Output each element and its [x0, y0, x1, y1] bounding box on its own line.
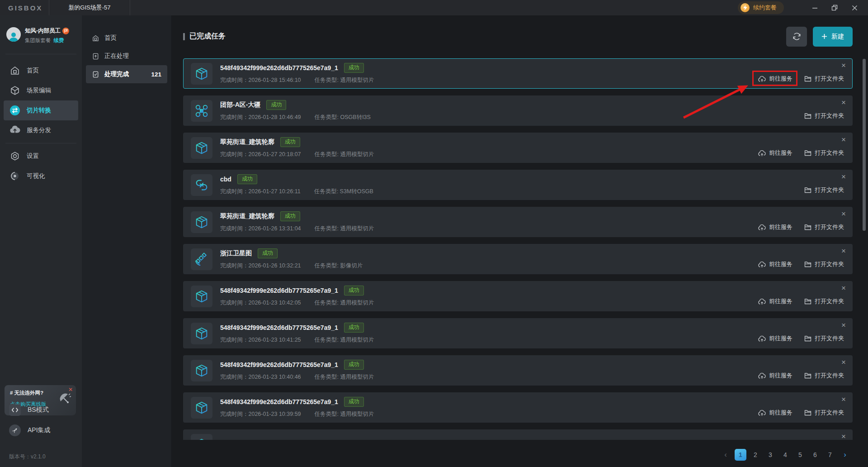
- api-integration-button[interactable]: API集成: [9, 422, 51, 438]
- close-task-icon[interactable]: ×: [840, 246, 847, 257]
- restore-icon[interactable]: [825, 0, 844, 15]
- task-type-label: 任务类型:: [314, 188, 340, 195]
- close-task-icon[interactable]: ×: [840, 60, 847, 71]
- sidebar-item-service-dispatch[interactable]: 服务分发: [0, 120, 82, 140]
- flag-icon: [62, 28, 69, 34]
- sidebar-item-scene-edit[interactable]: 场景编辑: [0, 81, 82, 100]
- pagination-page-2[interactable]: 2: [750, 449, 761, 461]
- pagination-prev-icon[interactable]: ‹: [720, 449, 731, 461]
- subnav-item-completed[interactable]: 处理完成 121: [86, 65, 167, 83]
- close-task-icon[interactable]: ×: [840, 431, 847, 440]
- close-task-icon[interactable]: ×: [840, 320, 847, 331]
- pagination-page-6[interactable]: 6: [809, 449, 821, 461]
- task-type-icon: [191, 323, 212, 344]
- task-name: 548f49342f999e262d6db7775265e7a9_1: [220, 287, 338, 294]
- goto-service-button[interactable]: 前往服务: [758, 334, 793, 343]
- bs-mode-button[interactable]: BS模式: [9, 402, 49, 418]
- open-folder-button[interactable]: 打开文件夹: [804, 409, 844, 417]
- task-time-value: 2026-01-23 10:40:46: [249, 374, 301, 380]
- pagination-page-5[interactable]: 5: [794, 449, 806, 461]
- goto-service-button[interactable]: 前往服务: [758, 260, 793, 268]
- task-time-value: 2026-01-26 13:31:04: [249, 225, 301, 232]
- task-type-value: 通用模型切片: [340, 225, 374, 232]
- task-row: 548f49342f999e262d6db7775265e7a9_1 成功 完成…: [183, 58, 853, 89]
- scene-tab[interactable]: 新的GIS场景-57: [49, 0, 130, 15]
- open-folder-label: 打开文件夹: [815, 372, 844, 380]
- goto-service-button[interactable]: 前往服务: [758, 75, 793, 83]
- close-task-icon[interactable]: ×: [840, 172, 847, 182]
- scrollbar-thumb[interactable]: [863, 59, 866, 231]
- pagination-page-3[interactable]: 3: [764, 449, 776, 461]
- close-task-icon[interactable]: ×: [840, 134, 847, 145]
- task-type-label: 任务类型:: [315, 411, 340, 417]
- folder-icon: [804, 187, 811, 193]
- task-status-badge: 成功: [258, 248, 278, 258]
- task-name: 浙江卫星图: [220, 249, 252, 257]
- open-folder-button[interactable]: 打开文件夹: [804, 149, 844, 157]
- task-time-value: 2026-01-26 10:32:21: [249, 262, 301, 269]
- renew-plan-button[interactable]: 续约套餐: [738, 1, 784, 14]
- window-controls: [805, 0, 864, 15]
- goto-service-button[interactable]: 前往服务: [758, 409, 793, 417]
- folder-icon: [804, 372, 811, 379]
- task-type-value: 通用模型切片: [340, 151, 374, 157]
- scene-edit-icon: [9, 85, 21, 96]
- goto-service-label: 前往服务: [769, 75, 793, 83]
- visualization-icon: [9, 170, 21, 182]
- new-task-button[interactable]: 新建: [813, 27, 853, 47]
- close-task-icon[interactable]: ×: [840, 97, 847, 108]
- pagination-page-7[interactable]: 7: [824, 449, 836, 461]
- user-name: 知风-内部员工: [25, 27, 61, 35]
- task-time-value: 2026-01-23 10:39:59: [249, 411, 301, 417]
- task-meta: 完成时间：2026-01-28 10:46:49 任务类型: OSGB转I3S: [220, 114, 371, 121]
- pagination-next-icon[interactable]: ›: [839, 449, 851, 461]
- task-name: 548f49342f999e262d6db7775265e7a9_1: [220, 398, 338, 405]
- goto-service-button[interactable]: 前往服务: [758, 149, 793, 157]
- renew-link[interactable]: 续费: [54, 37, 64, 44]
- sidebar-item-settings[interactable]: 设置: [0, 146, 82, 166]
- open-folder-button[interactable]: 打开文件夹: [804, 297, 844, 305]
- goto-service-button[interactable]: 前往服务: [758, 223, 793, 231]
- open-folder-button[interactable]: 打开文件夹: [804, 186, 844, 194]
- open-folder-button[interactable]: 打开文件夹: [804, 112, 844, 120]
- close-task-icon[interactable]: ×: [840, 209, 847, 219]
- goto-service-button[interactable]: 前往服务: [758, 372, 793, 380]
- open-folder-label: 打开文件夹: [815, 223, 844, 231]
- task-name: 团部-A区-大疆: [220, 101, 260, 109]
- close-task-icon[interactable]: ×: [840, 357, 847, 368]
- task-status-badge: 成功: [280, 211, 300, 221]
- folder-icon: [804, 113, 811, 119]
- refresh-button[interactable]: [786, 27, 807, 47]
- close-task-icon[interactable]: ×: [840, 283, 847, 294]
- open-folder-label: 打开文件夹: [815, 334, 844, 343]
- folder-icon: [804, 335, 811, 342]
- subnav-item-label: 首页: [104, 34, 117, 42]
- open-folder-button[interactable]: 打开文件夹: [804, 75, 844, 83]
- sidebar-item-label: 可视化: [27, 172, 45, 180]
- service-dispatch-icon: [9, 124, 21, 136]
- close-window-icon[interactable]: [844, 0, 864, 15]
- cloud-upload-icon: [758, 372, 766, 379]
- sidebar-item-slice-convert[interactable]: 切片转换: [4, 100, 78, 120]
- open-folder-button[interactable]: 打开文件夹: [804, 223, 844, 231]
- pagination-page-4[interactable]: 4: [779, 449, 791, 461]
- main-header: 已完成任务 新建: [183, 26, 853, 47]
- open-folder-button[interactable]: 打开文件夹: [804, 260, 844, 268]
- task-type-icon: [191, 397, 212, 419]
- close-task-icon[interactable]: ×: [840, 394, 847, 405]
- completed-count-badge: 121: [151, 71, 161, 78]
- sidebar-item-home[interactable]: 首页: [0, 61, 82, 81]
- open-folder-button[interactable]: 打开文件夹: [804, 372, 844, 380]
- task-row: cbd 成功 完成时间：2026-01-27 10:26:11 任务类型: S3…: [183, 170, 853, 200]
- avatar[interactable]: [6, 27, 21, 42]
- goto-service-button[interactable]: 前往服务: [758, 297, 793, 305]
- sidebar-item-visualization[interactable]: 可视化: [0, 166, 82, 186]
- minimize-icon[interactable]: [805, 0, 825, 15]
- goto-service-label: 前往服务: [769, 297, 793, 305]
- open-folder-button[interactable]: 打开文件夹: [804, 334, 844, 343]
- subnav-item-processing[interactable]: 正在处理: [86, 47, 167, 65]
- task-row: 548f49342f999e262d6db7775265e7a9_1 成功 完成…: [183, 355, 853, 386]
- subnav-item-home[interactable]: 首页: [86, 29, 167, 47]
- folder-icon: [804, 150, 811, 156]
- pagination-page-1[interactable]: 1: [735, 449, 746, 461]
